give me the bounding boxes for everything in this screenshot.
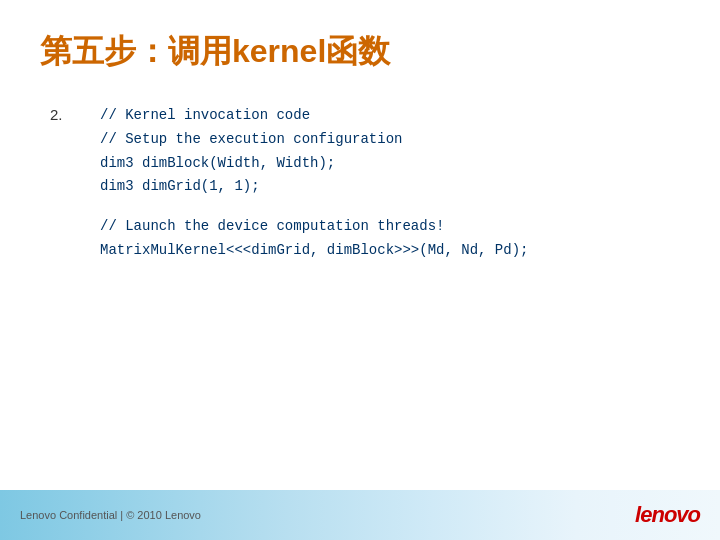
- content-area: 2. // Kernel invocation code // Setup th…: [40, 104, 680, 263]
- code-line-6: MatrixMulKernel<<<dimGrid, dimBlock>>>(M…: [100, 239, 528, 263]
- code-line-3: dim3 dimBlock(Width, Width);: [100, 152, 528, 176]
- code-block: 2. // Kernel invocation code // Setup th…: [50, 104, 680, 263]
- code-line-1: // Kernel invocation code: [100, 104, 528, 128]
- code-line-4: dim3 dimGrid(1, 1);: [100, 175, 528, 199]
- page-title: 第五步：调用kernel函数: [40, 30, 680, 74]
- code-separator: [100, 199, 528, 215]
- slide: 第五步：调用kernel函数 2. // Kernel invocation c…: [0, 0, 720, 540]
- footer-text: Lenovo Confidential | © 2010 Lenovo: [20, 509, 201, 521]
- code-section: // Kernel invocation code // Setup the e…: [100, 104, 528, 263]
- step-number: 2.: [50, 104, 80, 123]
- lenovo-logo-container: lenovo: [635, 502, 700, 528]
- code-line-2: // Setup the execution configuration: [100, 128, 528, 152]
- bottom-bar: Lenovo Confidential | © 2010 Lenovo leno…: [0, 490, 720, 540]
- code-line-5: // Launch the device computation threads…: [100, 215, 528, 239]
- lenovo-logo: lenovo: [635, 502, 700, 528]
